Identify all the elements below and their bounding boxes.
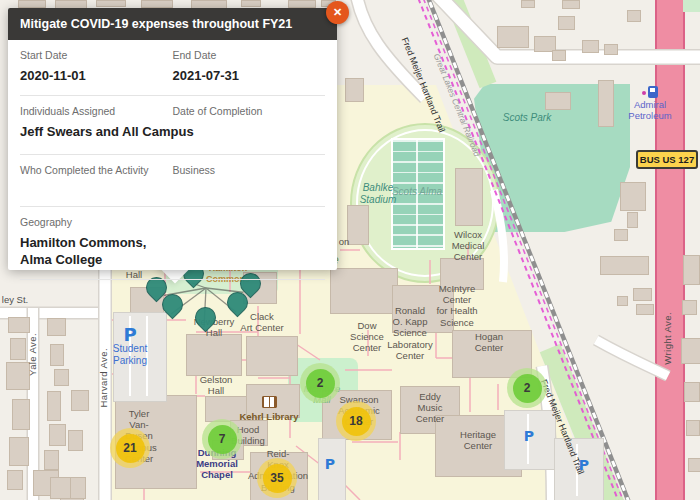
grass-area: [683, 0, 700, 12]
marker-cluster[interactable]: 2: [507, 368, 547, 408]
building: [47, 318, 66, 336]
popup-field-label: Geography: [20, 216, 173, 228]
building: [600, 256, 649, 275]
street-label-harvard-ave: Harvard Ave.: [98, 348, 109, 408]
building: [96, 0, 126, 7]
building: [620, 182, 646, 211]
popup-field: Date of Completion: [173, 105, 326, 141]
cluster-count: 21: [116, 434, 145, 463]
building: [10, 338, 26, 360]
building: [330, 268, 398, 314]
building: [688, 458, 700, 472]
parking-lot-line: [576, 444, 578, 496]
cluster-count: 2: [306, 369, 335, 398]
popup-field-value: 2021-07-31: [173, 68, 326, 85]
building: [686, 420, 700, 436]
library-book-icon: [262, 396, 277, 408]
building: [8, 317, 30, 333]
parking-lot: [318, 438, 346, 500]
marker-cluster[interactable]: 35: [257, 458, 297, 498]
popup-field-label: Date of Completion: [173, 105, 326, 117]
marker-cluster[interactable]: 2: [300, 363, 340, 403]
fuel-station-icon: [648, 86, 658, 98]
popup-field: Business: [173, 164, 326, 183]
building: [68, 430, 83, 451]
popup-row: Who Completed the ActivityBusiness: [20, 155, 325, 207]
building: [50, 477, 71, 499]
building: [497, 26, 529, 48]
building: [50, 344, 64, 366]
building: [614, 229, 628, 241]
popup-field: GeographyHamilton Commons, Alma College: [20, 216, 173, 269]
bus-us-127-road: [655, 0, 685, 500]
building: [7, 470, 23, 490]
building: [682, 300, 697, 315]
building: [392, 285, 454, 333]
popup-field-value: Jeff Swears and All Campus: [20, 124, 173, 141]
building: [49, 424, 66, 446]
popup-field-value: Hamilton Commons, Alma College: [20, 235, 180, 269]
cluster-count: 7: [208, 425, 237, 454]
building: [12, 399, 30, 430]
popup-close-button[interactable]: ✕: [326, 1, 349, 24]
cluster-count: 35: [263, 464, 292, 493]
building: [70, 477, 86, 499]
parking-lot: [554, 438, 604, 500]
popup-title: Mitigate COVID-19 expenses throughout FY…: [8, 8, 337, 40]
popup-field-value: 2020-11-01: [20, 68, 173, 85]
building: [627, 10, 641, 22]
popup-field-label: Individuals Assigned: [20, 105, 173, 117]
building: [582, 40, 599, 53]
building: [604, 44, 618, 55]
popup-field: Individuals AssignedJeff Swears and All …: [20, 105, 173, 141]
parking-lot: [113, 312, 167, 402]
building: [558, 16, 575, 30]
popup-row: Individuals AssignedJeff Swears and All …: [20, 96, 325, 155]
building: [598, 80, 614, 127]
popup-row: GeographyHamilton Commons, Alma College: [20, 207, 325, 280]
marker-cluster[interactable]: 18: [336, 401, 376, 441]
building: [345, 78, 364, 102]
building: [684, 382, 700, 402]
map-canvas[interactable]: ley St.Yale Ave.Harvard Ave.Wright Ave.S…: [0, 0, 700, 500]
parking-lot-line: [527, 414, 529, 464]
building: [71, 390, 89, 411]
building: [347, 205, 369, 245]
building: [627, 212, 638, 228]
building: [18, 0, 46, 8]
popup-field: Start Date2020-11-01: [20, 49, 173, 85]
building: [44, 450, 59, 470]
building: [683, 255, 700, 285]
building: [288, 0, 316, 8]
building: [521, 0, 535, 8]
building: [6, 362, 30, 390]
building: [246, 336, 298, 376]
building: [552, 50, 566, 61]
popup-field-label: Who Completed the Activity: [20, 164, 173, 176]
poi-dot-icon: [642, 91, 646, 95]
popup-row: Start Date2020-11-01End Date2021-07-31: [20, 40, 325, 96]
building: [636, 304, 654, 315]
popup-field-label: Business: [173, 164, 326, 176]
building: [455, 168, 483, 226]
building: [47, 391, 61, 421]
popup-fields: Start Date2020-11-01End Date2021-07-31In…: [8, 40, 337, 280]
parking-lot-line: [129, 316, 131, 396]
building: [186, 334, 242, 376]
popup-field-label: End Date: [173, 49, 326, 61]
cluster-count: 18: [342, 407, 371, 436]
popup-field-label: Start Date: [20, 49, 173, 61]
popup-field: Who Completed the Activity: [20, 164, 173, 183]
building: [681, 338, 700, 364]
popup-field: End Date2021-07-31: [173, 49, 326, 85]
marker-cluster[interactable]: 21: [110, 428, 150, 468]
building: [617, 296, 628, 306]
building: [562, 0, 580, 9]
cluster-count: 2: [513, 374, 542, 403]
building: [54, 369, 69, 386]
route-shield-bus-us-127: BUS US 127: [636, 150, 698, 169]
building: [241, 0, 261, 7]
parking-lot: [504, 410, 556, 470]
marker-cluster[interactable]: 7: [202, 419, 242, 459]
building: [9, 437, 29, 466]
